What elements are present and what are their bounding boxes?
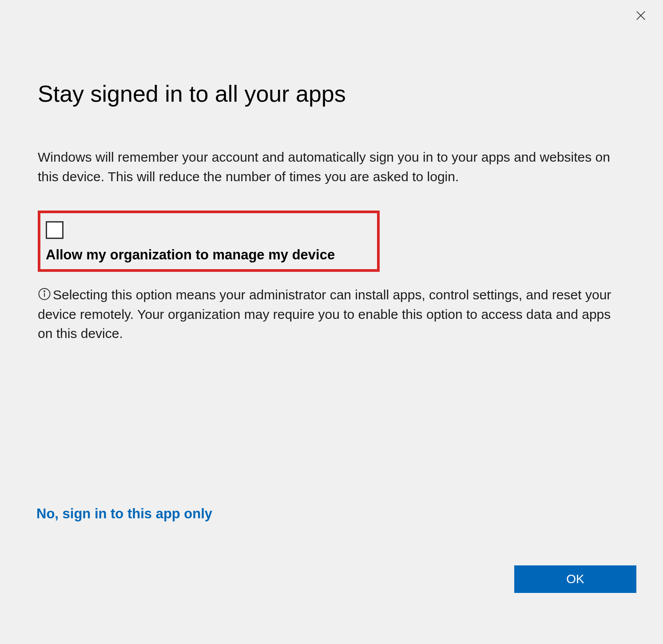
checkbox-highlight-box: Allow my organization to manage my devic…: [38, 211, 380, 272]
allow-manage-checkbox[interactable]: [46, 221, 64, 239]
close-icon: [635, 9, 647, 22]
svg-point-4: [44, 291, 45, 292]
info-text-block: Selecting this option means your adminis…: [38, 285, 625, 343]
dialog-description: Windows will remember your account and a…: [38, 147, 625, 186]
ok-button[interactable]: OK: [514, 565, 636, 593]
checkbox-group: Allow my organization to manage my devic…: [46, 221, 372, 263]
close-button[interactable]: [632, 7, 650, 24]
dialog-title: Stay signed in to all your apps: [38, 80, 625, 107]
checkbox-label: Allow my organization to manage my devic…: [46, 247, 372, 263]
info-icon: [38, 286, 51, 300]
info-text: Selecting this option means your adminis…: [38, 287, 611, 341]
dialog-content: Stay signed in to all your apps Windows …: [0, 0, 663, 343]
signin-dialog: Stay signed in to all your apps Windows …: [0, 0, 663, 644]
app-only-link[interactable]: No, sign in to this app only: [36, 506, 212, 522]
